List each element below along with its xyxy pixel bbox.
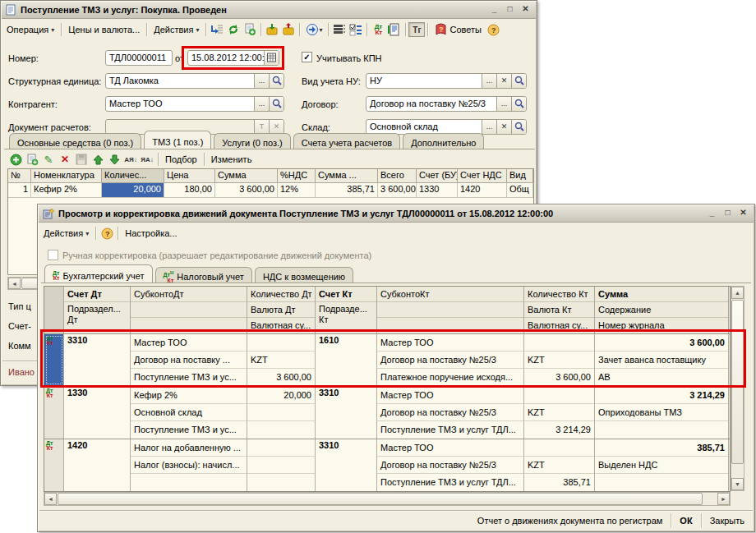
- cell-sum[interactable]: 3 600,00: [215, 183, 278, 198]
- register-report-button[interactable]: Отчет о движениях документа по регистрам: [474, 514, 666, 527]
- cell-vat-sum[interactable]: 385,71: [316, 183, 378, 198]
- cell-account-kt[interactable]: 3310: [316, 387, 377, 439]
- tab-tmz[interactable]: ТМЗ (1 поз.): [144, 131, 211, 149]
- col-header-subconto-kt[interactable]: СубконтоКт: [377, 287, 524, 333]
- cell-quantity-kt[interactable]: KZT3 600,00: [524, 334, 595, 386]
- select-dots-button[interactable]: ...: [482, 74, 496, 88]
- settings-button[interactable]: Настройка...: [121, 227, 181, 240]
- col-header-nomenclature[interactable]: Номенклатура: [31, 169, 102, 183]
- magnifier-icon[interactable]: [269, 74, 284, 88]
- magnifier-icon[interactable]: [269, 97, 284, 111]
- copy-row-button[interactable]: [24, 152, 40, 167]
- col-header-total[interactable]: Всего: [378, 169, 417, 183]
- calendar-icon[interactable]: [264, 51, 279, 65]
- tab-settlement-accounts[interactable]: Счета учета расчетов: [293, 133, 400, 149]
- prices-currency-button[interactable]: Цены и валюта...: [64, 23, 144, 36]
- magnifier-icon[interactable]: [511, 97, 526, 111]
- kpn-checkbox[interactable]: ✓: [302, 52, 312, 62]
- cell-account-vat[interactable]: 1420: [458, 183, 507, 198]
- maximize-button[interactable]: □: [721, 208, 734, 219]
- sales-book-button[interactable]: [280, 22, 297, 37]
- col-header-quantity-dt[interactable]: Количество ДтВалюта ДтВалютная су...: [247, 287, 316, 333]
- contract-input[interactable]: Договор на поставку №25/3 ...: [366, 96, 527, 112]
- movement-row-2[interactable]: ДтКт 1330 Кефир 2%Основной складПоступле…: [44, 386, 730, 439]
- date-input[interactable]: 15.08.2012 12:00:00: [187, 50, 279, 66]
- edit-row-button[interactable]: ✎: [40, 152, 57, 167]
- col-header-kind[interactable]: Вид: [507, 169, 533, 183]
- scroll-down-button[interactable]: ▼: [731, 478, 744, 490]
- cell-account-dt[interactable]: 1420: [64, 439, 131, 491]
- purchase-book-button[interactable]: [264, 22, 280, 37]
- cell-account-bu[interactable]: 1330: [417, 183, 458, 198]
- operation-menu-button[interactable]: Операция▾: [2, 23, 58, 36]
- scroll-thumb[interactable]: [731, 300, 744, 464]
- go-to-button[interactable]: ▾: [302, 22, 325, 37]
- scroll-left-button[interactable]: ◄: [44, 493, 57, 505]
- close-button[interactable]: Закрыть: [707, 514, 748, 527]
- cell-quantity-selected[interactable]: 20,000: [102, 183, 164, 198]
- scroll-left-button[interactable]: ◄: [8, 278, 21, 289]
- add-row-button[interactable]: [7, 152, 24, 167]
- actions-menu-button[interactable]: Действия▾: [39, 227, 93, 240]
- counterparty-input[interactable]: Мастер ТОО ...: [105, 96, 284, 112]
- tab-fixed-assets[interactable]: Основные средства (0 поз.): [9, 133, 141, 149]
- tab-services[interactable]: Услуги (0 поз.): [214, 133, 290, 149]
- save-row-button[interactable]: [73, 152, 90, 167]
- movement-row-1[interactable]: ДтКт 3310 Мастер ТООДоговор на поставку …: [44, 333, 730, 386]
- manual-correction-checkbox[interactable]: [48, 250, 58, 260]
- actions-menu-button[interactable]: Действия▾: [150, 23, 203, 36]
- cell-price[interactable]: 180,00: [164, 183, 215, 198]
- select-dots-button[interactable]: ...: [254, 97, 269, 111]
- clear-icon[interactable]: ✕: [496, 120, 511, 134]
- cell-subconto-dt[interactable]: Кефир 2%Основной складПоступление ТМЗ и …: [131, 387, 247, 439]
- dt-kt-postings-button[interactable]: ДтКт: [370, 22, 386, 37]
- scroll-right-button[interactable]: ►: [717, 493, 730, 505]
- row-icon-column-header[interactable]: [44, 287, 64, 333]
- minimize-button[interactable]: _: [706, 208, 718, 219]
- tab-tax-accounting[interactable]: ДтНКт Налоговый учет: [155, 267, 252, 283]
- close-button[interactable]: ✕: [519, 4, 532, 16]
- col-header-sum[interactable]: СуммаСодержаниеНомер журнала: [595, 287, 729, 333]
- nu-kind-input[interactable]: НУ ... ✕: [366, 73, 527, 89]
- report-button[interactable]: [386, 22, 403, 37]
- refresh-button[interactable]: [225, 22, 242, 37]
- scroll-thumb[interactable]: [58, 493, 703, 505]
- cell-subconto-kt[interactable]: Мастер ТООДоговор на поставку №25/3Посту…: [377, 387, 524, 439]
- cell-quantity-dt[interactable]: 20,000: [247, 387, 316, 439]
- cell-quantity-dt[interactable]: KZT3 600,00: [247, 334, 316, 386]
- movements-window-titlebar[interactable]: Просмотр и корректировка движений докуме…: [39, 205, 754, 223]
- advices-button[interactable]: ? Советы: [431, 21, 485, 38]
- cell-num[interactable]: 1: [8, 183, 31, 198]
- select-dots-button[interactable]: ...: [254, 74, 269, 88]
- help-button[interactable]: ?: [486, 22, 502, 37]
- tab-vat-refund[interactable]: НДС к возмещению: [255, 267, 353, 283]
- col-header-account-vat[interactable]: Счет НДС: [458, 169, 507, 183]
- row-icon-cell-selected[interactable]: ДтКт: [44, 334, 64, 386]
- cell-sum[interactable]: 3 214,29Оприходованы ТМЗ: [595, 387, 729, 439]
- cell-quantity-kt[interactable]: KZT385,71: [524, 439, 595, 491]
- row-icon-cell[interactable]: ДтКт: [44, 439, 64, 491]
- cell-quantity-dt[interactable]: [247, 439, 316, 491]
- ok-button[interactable]: ОК: [676, 514, 695, 527]
- col-header-account-dt[interactable]: Счет Дт Подраздел... Дт: [64, 287, 131, 333]
- minimize-button[interactable]: _: [488, 4, 500, 16]
- col-header-price[interactable]: Цена: [164, 169, 215, 183]
- cell-kind[interactable]: Общ: [507, 183, 533, 198]
- cell-account-kt[interactable]: 3310: [316, 439, 377, 491]
- col-header-vat-pct[interactable]: %НДС: [278, 169, 316, 183]
- magnifier-icon[interactable]: [511, 74, 526, 88]
- col-header-sum[interactable]: Сумма: [215, 169, 278, 183]
- cell-sum[interactable]: 3 600,00Зачет аванса поставщикуАВ: [595, 334, 729, 386]
- tab-additional[interactable]: Дополнительно: [403, 133, 484, 149]
- tab-accounting[interactable]: ДтКт Бухгалтерский учет: [44, 264, 153, 283]
- select-dots-button[interactable]: ...: [496, 97, 511, 111]
- maximize-button[interactable]: □: [504, 4, 516, 16]
- col-header-num[interactable]: №: [8, 169, 31, 183]
- clear-icon[interactable]: ✕: [496, 74, 511, 88]
- cell-sum[interactable]: 385,71Выделен НДС: [595, 439, 729, 491]
- sort-desc-button[interactable]: ЯА↓: [139, 152, 155, 167]
- col-header-vat-sum[interactable]: Сумма ...: [316, 169, 378, 183]
- move-up-button[interactable]: [90, 152, 106, 167]
- cell-nomenclature[interactable]: Кефир 2%: [31, 183, 102, 198]
- number-input[interactable]: ТДЛ00000011: [105, 50, 173, 66]
